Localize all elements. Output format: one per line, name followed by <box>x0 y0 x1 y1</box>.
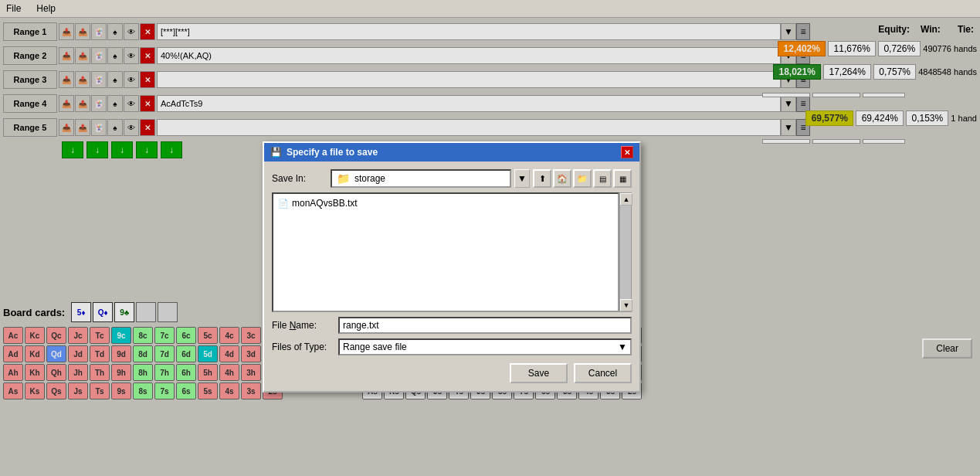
dialog-buttons: Save Cancel <box>272 363 632 383</box>
save-dialog: 💾 Specify a file to save ✕ Save In: 📁 st… <box>263 141 641 393</box>
file-list-area: 📄 monAQvsBB.txt ▲ ▼ <box>272 192 632 312</box>
save-in-dropdown-arrow[interactable]: ▼ <box>514 169 530 188</box>
filetype-label: Files of Type: <box>272 342 334 352</box>
tb-list-icon[interactable]: ▤ <box>593 169 612 188</box>
save-button[interactable]: Save <box>510 363 568 383</box>
file-list[interactable]: 📄 monAQvsBB.txt <box>272 192 619 312</box>
filetype-combo[interactable]: Range save file ▼ <box>338 338 632 355</box>
dialog-title-text: Specify a file to save <box>287 147 378 158</box>
save-in-combo[interactable]: 📁 storage <box>331 169 511 188</box>
file-name-1: monAQvsBB.txt <box>292 198 358 209</box>
dialog-toolbar: ⬆ 🏠 📁 ▤ ▦ <box>533 169 632 188</box>
dialog-title-icon: 💾 <box>270 147 282 158</box>
filetype-dropdown-arrow: ▼ <box>618 342 627 352</box>
cancel-button[interactable]: Cancel <box>574 363 632 383</box>
tb-grid-icon[interactable]: ▦ <box>613 169 632 188</box>
dialog-overlay: 💾 Specify a file to save ✕ Save In: 📁 st… <box>0 18 980 476</box>
scroll-down-arrow[interactable]: ▼ <box>620 299 632 311</box>
filetype-row: Files of Type: Range save file ▼ <box>272 338 632 355</box>
tb-home-icon[interactable]: 🏠 <box>553 169 571 188</box>
file-item-1[interactable]: 📄 monAQvsBB.txt <box>276 197 615 209</box>
dialog-title-area: 💾 Specify a file to save <box>270 147 378 158</box>
tb-up-icon[interactable]: ⬆ <box>533 169 551 188</box>
save-in-value: storage <box>354 173 385 184</box>
dialog-close-button[interactable]: ✕ <box>621 146 633 158</box>
filename-row: File Name: <box>272 317 632 334</box>
save-in-row: Save In: 📁 storage ▼ ⬆ 🏠 📁 ▤ <box>272 169 632 188</box>
filetype-value: Range save file <box>343 342 407 352</box>
scroll-up-arrow[interactable]: ▲ <box>620 193 632 206</box>
menubar: File Help <box>0 0 980 18</box>
folder-icon: 📁 <box>337 172 350 185</box>
scroll-track <box>620 206 631 299</box>
menu-file[interactable]: File <box>3 2 24 15</box>
filename-input[interactable] <box>338 317 632 334</box>
file-icon-1: 📄 <box>278 199 289 209</box>
menu-help[interactable]: Help <box>33 2 59 15</box>
save-in-label: Save In: <box>272 173 326 184</box>
dialog-body: Save In: 📁 storage ▼ ⬆ 🏠 📁 ▤ <box>264 162 639 391</box>
filename-label: File Name: <box>272 320 334 331</box>
tb-newfolder-icon[interactable]: 📁 <box>573 169 592 188</box>
dialog-titlebar: 💾 Specify a file to save ✕ <box>264 143 639 162</box>
file-scrollbar: ▲ ▼ <box>619 192 632 312</box>
